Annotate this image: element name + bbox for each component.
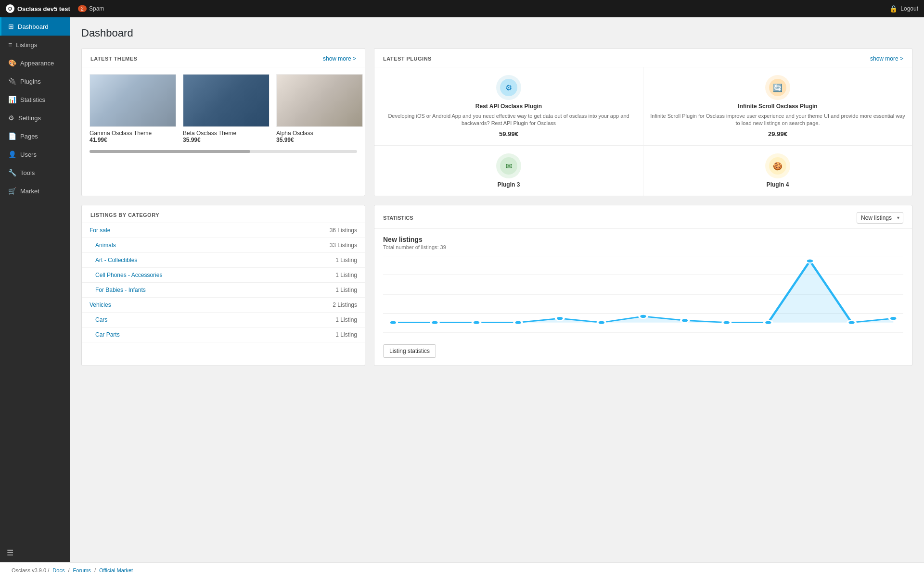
category-name: Art - Collectibles — [82, 252, 272, 267]
carousel-scrollbar[interactable] — [90, 150, 357, 153]
sidebar-item-listings[interactable]: ≡ Listings — [0, 36, 70, 54]
table-row[interactable]: For sale36 Listings — [82, 223, 365, 238]
category-count: 36 Listings — [272, 223, 365, 238]
category-name: Cell Phones - Accessories — [82, 267, 272, 282]
table-row[interactable]: Vehicles2 Listings — [82, 297, 365, 312]
brand-icon: O — [6, 4, 14, 13]
stats-footer: Listing statistics — [374, 339, 912, 365]
plugin-name: Rest API Osclass Plugin — [475, 103, 542, 110]
table-row[interactable]: Cell Phones - Accessories1 Listing — [82, 267, 365, 282]
theme-thumbnail — [277, 75, 362, 126]
plugin-name: Plugin 4 — [767, 181, 789, 188]
footer-link-forums[interactable]: Forums — [73, 567, 91, 573]
table-row[interactable]: For Babies - Infants1 Listing — [82, 282, 365, 297]
plugin-icon-mail: ✉ — [496, 153, 521, 178]
page-title: Dashboard — [81, 27, 912, 39]
category-name: For Babies - Infants — [82, 282, 272, 297]
theme-item[interactable]: Beta Osclass Theme 35.99€ — [183, 74, 270, 143]
plugin-item[interactable]: ✉ Plugin 3 — [374, 146, 643, 196]
category-count: 2 Listings — [272, 297, 365, 312]
theme-thumbnail — [90, 75, 176, 126]
listings-card: LISTINGS BY CATEGORY For sale36 Listings… — [81, 205, 365, 366]
plugins-title: LATEST PLUGINS — [383, 56, 432, 62]
plugin-item[interactable]: 🍪 Plugin 4 — [643, 146, 912, 196]
sidebar-item-pages[interactable]: 📄 Pages — [0, 127, 70, 145]
sidebar-item-label: Plugins — [20, 78, 41, 85]
footer-link-market[interactable]: Official Market — [99, 567, 133, 573]
category-count: 33 Listings — [272, 238, 365, 252]
themes-show-more[interactable]: show more > — [323, 55, 356, 62]
sidebar-item-label: Users — [20, 151, 37, 158]
svg-text:✉: ✉ — [506, 162, 512, 170]
sidebar-item-label: Appearance — [20, 60, 54, 67]
theme-thumbnail — [183, 75, 269, 126]
chart-data-point — [722, 320, 731, 325]
chart-title: New listings — [383, 236, 903, 243]
sidebar-item-label: Statistics — [20, 96, 45, 103]
themes-title: LATEST THEMES — [90, 56, 137, 62]
logout-button[interactable]: 🔒 Logout — [889, 5, 918, 13]
listings-icon: ≡ — [8, 41, 12, 49]
plugins-card: LATEST PLUGINS show more > ⚙ Rest API Os… — [374, 48, 912, 196]
stats-select-wrapper[interactable]: New listings Views Clicks — [857, 212, 903, 224]
logout-icon: 🔒 — [889, 5, 898, 13]
category-count: 1 Listing — [272, 252, 365, 267]
sidebar-item-tools[interactable]: 🔧 Tools — [0, 163, 70, 182]
category-count: 1 Listing — [272, 282, 365, 297]
table-row[interactable]: Car Parts1 Listing — [82, 327, 365, 342]
table-row[interactable]: Art - Collectibles1 Listing — [82, 252, 365, 267]
plugin-item[interactable]: 🔄 Infinite Scroll Osclass Plugin Infinit… — [643, 67, 912, 145]
plugin-desc: Infinite Scroll Plugin for Osclass impro… — [650, 113, 905, 127]
plugin-item[interactable]: ⚙ Rest API Osclass Plugin Developing iOS… — [374, 67, 643, 145]
theme-name: Beta Osclass Theme — [183, 130, 270, 137]
sidebar-item-label: Listings — [16, 41, 37, 49]
main-content: Dashboard LATEST THEMES show more > Gamm… — [70, 17, 924, 562]
sidebar-item-label: Tools — [20, 169, 35, 176]
listing-statistics-button[interactable]: Listing statistics — [383, 344, 436, 358]
chart-data-point — [598, 320, 606, 325]
sidebar-item-users[interactable]: 👤 Users — [0, 145, 70, 163]
category-name: Cars — [82, 312, 272, 327]
plugin-icon-cookie: 🍪 — [765, 153, 790, 178]
sidebar-item-dashboard[interactable]: ⊞ Dashboard — [0, 17, 70, 36]
sidebar-item-settings[interactable]: ⚙ Settings — [0, 109, 70, 127]
theme-price: 41.99€ — [90, 137, 176, 143]
topbar-brand[interactable]: O Osclass dev5 test — [6, 4, 70, 13]
sidebar-item-statistics[interactable]: 📊 Statistics — [0, 90, 70, 109]
sidebar-collapse-button[interactable]: ☰ — [0, 543, 70, 562]
stats-dropdown[interactable]: New listings Views Clicks — [857, 212, 903, 224]
statistics-section-title: STATISTICS — [383, 215, 413, 221]
chart-data-point — [514, 320, 522, 325]
plugin-name: Infinite Scroll Osclass Plugin — [738, 103, 817, 110]
plugins-show-more[interactable]: show more > — [870, 55, 903, 62]
statistics-icon: 📊 — [8, 96, 16, 103]
chart-sublabel: Total number of listings: 39 — [383, 244, 903, 250]
table-row[interactable]: Cars1 Listing — [82, 312, 365, 327]
sidebar-item-appearance[interactable]: 🎨 Appearance — [0, 54, 70, 72]
spam-badge: 2 — [78, 5, 87, 12]
footer-link-docs[interactable]: Docs — [52, 567, 64, 573]
chart-data-point — [806, 259, 814, 263]
settings-icon: ⚙ — [8, 114, 14, 122]
chart-data-point — [556, 316, 564, 321]
sidebar-item-plugins[interactable]: 🔌 Plugins — [0, 72, 70, 90]
sidebar-item-market[interactable]: 🛒 Market — [0, 182, 70, 200]
svg-text:🍪: 🍪 — [773, 162, 783, 171]
category-count: 1 Listing — [272, 312, 365, 327]
stats-header: STATISTICS New listings Views Clicks — [374, 205, 912, 229]
footer: Osclass v3.9.0 / Docs / Forums / Officia… — [0, 562, 924, 578]
theme-item[interactable]: Alpha Osclass 35.99€ — [276, 74, 363, 143]
table-row[interactable]: Animals33 Listings — [82, 238, 365, 252]
chart-data-point — [847, 320, 856, 325]
theme-item[interactable]: Gamma Osclass Theme 41.99€ — [90, 74, 176, 143]
sidebar-item-label: Pages — [20, 133, 38, 140]
chart-data-point — [681, 318, 689, 323]
market-icon: 🛒 — [8, 187, 16, 195]
chart-data-point — [764, 320, 772, 325]
appearance-icon: 🎨 — [8, 59, 16, 67]
themes-carousel: Gamma Osclass Theme 41.99€ Beta Osclass … — [82, 67, 365, 150]
category-count: 1 Listing — [272, 267, 365, 282]
footer-separator: / — [68, 567, 71, 573]
dashboard-icon: ⊞ — [8, 23, 14, 30]
topbar-spam[interactable]: 2 Spam — [78, 5, 104, 12]
